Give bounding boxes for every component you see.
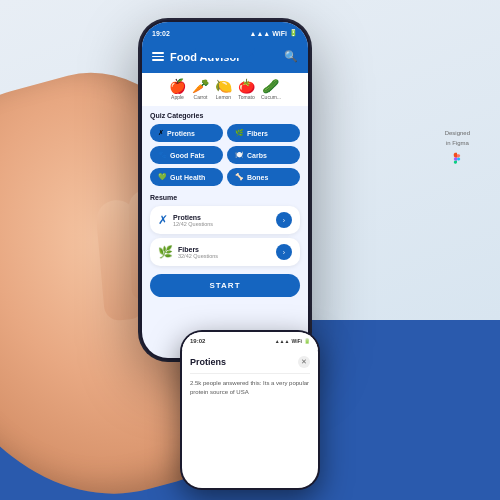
resume-list: ✗ Protiens 12/42 Questions › 🌿 Fibers 32… <box>150 206 300 266</box>
cucumber-label: Cucum... <box>261 94 281 100</box>
figma-badge: Designed in Figma <box>445 130 470 168</box>
tomato-label: Tomato <box>238 94 254 100</box>
secondary-description: 2.5k people answered this: Its a very po… <box>190 379 310 397</box>
food-item-lemon[interactable]: 🍋 Lemon <box>215 79 232 100</box>
food-item-carrot[interactable]: 🥕 Carrot <box>192 79 209 100</box>
guthealth-icon: 💚 <box>158 173 167 181</box>
app-content: Quiz Categories ✗ Protiens 🌿 Fibers 🐾 Go… <box>142 106 308 303</box>
notch <box>195 44 255 58</box>
bones-label: Bones <box>247 174 268 181</box>
resume-fibers-icon: 🌿 <box>158 245 173 259</box>
apple-label: Apple <box>171 94 184 100</box>
secondary-divider <box>190 373 310 374</box>
status-icons: ▲▲▲ WiFi 🔋 <box>249 29 298 37</box>
resume-protiens-icon: ✗ <box>158 213 168 227</box>
quiz-btn-guthealth[interactable]: 💚 Gut Health <box>150 168 223 186</box>
start-button[interactable]: START <box>150 274 300 297</box>
guthealth-label: Gut Health <box>170 174 205 181</box>
resume-fibers-sub: 32/42 Questions <box>178 253 271 259</box>
figma-logo-icon <box>450 150 464 168</box>
carbs-label: Carbs <box>247 152 267 159</box>
quiz-btn-fibers[interactable]: 🌿 Fibers <box>227 124 300 142</box>
lemon-label: Lemon <box>216 94 231 100</box>
protiens-icon: ✗ <box>158 129 164 137</box>
resume-fibers-arrow[interactable]: › <box>276 244 292 260</box>
cucumber-emoji: 🥒 <box>262 79 279 93</box>
search-icon[interactable]: 🔍 <box>284 50 298 63</box>
quiz-btn-carbs[interactable]: 🍽️ Carbs <box>227 146 300 164</box>
resume-fibers-name: Fibers <box>178 246 271 253</box>
carrot-emoji: 🥕 <box>192 79 209 93</box>
secondary-phone-screen: 19:02 ▲▲▲ WiFi 🔋 Protiens ✕ 2.5k people … <box>182 332 318 488</box>
battery-icon: 🔋 <box>289 29 298 37</box>
food-item-tomato[interactable]: 🍅 Tomato <box>238 79 255 100</box>
secondary-status-time: 19:02 <box>190 338 205 344</box>
goodfats-icon: 🐾 <box>158 151 167 159</box>
carbs-icon: 🍽️ <box>235 151 244 159</box>
resume-protiens-name: Protiens <box>173 214 271 221</box>
apple-emoji: 🍎 <box>169 79 186 93</box>
quiz-section-title: Quiz Categories <box>150 112 300 119</box>
hamburger-menu[interactable] <box>152 52 164 61</box>
secondary-wifi-icon: WiFi <box>291 338 302 344</box>
goodfats-label: Good Fats <box>170 152 205 159</box>
quiz-btn-bones[interactable]: 🦴 Bones <box>227 168 300 186</box>
secondary-close-button[interactable]: ✕ <box>298 356 310 368</box>
secondary-notch <box>230 334 270 344</box>
secondary-battery-icon: 🔋 <box>304 338 310 344</box>
secondary-signal-icon: ▲▲▲ <box>275 338 290 344</box>
food-item-cucumber[interactable]: 🥒 Cucum... <box>261 79 281 100</box>
secondary-title: Protiens <box>190 357 226 367</box>
figma-text-line2: in Figma <box>446 140 469 148</box>
wifi-icon: WiFi <box>272 30 287 37</box>
resume-card-protiens[interactable]: ✗ Protiens 12/42 Questions › <box>150 206 300 234</box>
tomato-emoji: 🍅 <box>238 79 255 93</box>
signal-icon: ▲▲▲ <box>249 30 270 37</box>
secondary-header: Protiens ✕ <box>190 356 310 368</box>
figma-text-line1: Designed <box>445 130 470 138</box>
resume-card-fibers[interactable]: 🌿 Fibers 32/42 Questions › <box>150 238 300 266</box>
fibers-label: Fibers <box>247 130 268 137</box>
secondary-phone: 19:02 ▲▲▲ WiFi 🔋 Protiens ✕ 2.5k people … <box>180 330 320 490</box>
quiz-btn-protiens[interactable]: ✗ Protiens <box>150 124 223 142</box>
resume-fibers-info: Fibers 32/42 Questions <box>178 246 271 259</box>
resume-protiens-arrow[interactable]: › <box>276 212 292 228</box>
lemon-emoji: 🍋 <box>215 79 232 93</box>
protiens-label: Protiens <box>167 130 195 137</box>
carrot-label: Carrot <box>194 94 208 100</box>
resume-protiens-sub: 12/42 Questions <box>173 221 271 227</box>
main-phone: 19:02 ▲▲▲ WiFi 🔋 Food Advisor 🔍 🍎 Apple <box>140 20 310 360</box>
food-row: 🍎 Apple 🥕 Carrot 🍋 Lemon 🍅 Tomato 🥒 Cucu… <box>142 73 308 106</box>
bones-icon: 🦴 <box>235 173 244 181</box>
quiz-btn-goodfats[interactable]: 🐾 Good Fats <box>150 146 223 164</box>
status-time: 19:02 <box>152 30 170 37</box>
secondary-content: Protiens ✕ 2.5k people answered this: It… <box>182 350 318 403</box>
food-item-apple[interactable]: 🍎 Apple <box>169 79 186 100</box>
fibers-icon: 🌿 <box>235 129 244 137</box>
quiz-grid: ✗ Protiens 🌿 Fibers 🐾 Good Fats 🍽️ Carbs… <box>150 124 300 186</box>
resume-protiens-info: Protiens 12/42 Questions <box>173 214 271 227</box>
resume-section-title: Resume <box>150 194 300 201</box>
status-bar: 19:02 ▲▲▲ WiFi 🔋 <box>142 22 308 44</box>
main-phone-screen: 19:02 ▲▲▲ WiFi 🔋 Food Advisor 🔍 🍎 Apple <box>142 22 308 358</box>
